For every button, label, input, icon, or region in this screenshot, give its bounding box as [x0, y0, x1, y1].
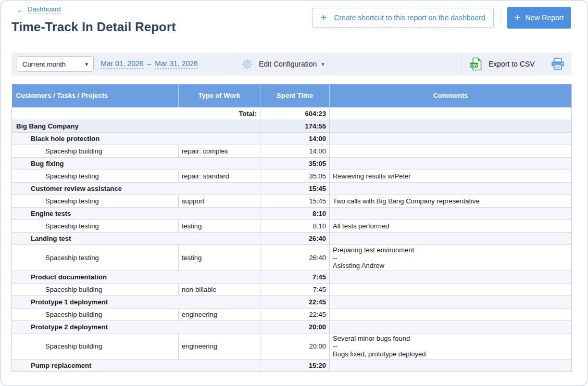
print-button[interactable] — [544, 53, 571, 75]
cell-comment — [330, 207, 572, 220]
export-to-csv-button[interactable]: CSV Export to CSV — [461, 53, 544, 75]
cell-name: Spaceship building — [12, 283, 179, 295]
date-from-link[interactable]: Mar 01, 2026 — [101, 59, 144, 69]
new-report-button[interactable]: + New Report — [507, 7, 571, 29]
header-divider — [500, 9, 501, 26]
table-row-task: Product documentation7:45 — [12, 271, 572, 283]
cell-comment — [330, 145, 572, 157]
date-range: Mar 01, 2026 – Mar 31, 2026 — [101, 59, 198, 69]
report-toolbar: Current month ▾ Mar 01, 2026 – Mar 31, 2… — [11, 53, 571, 75]
cell-name: Bug fixing — [12, 157, 260, 170]
cell-name: Black hole protection — [12, 132, 260, 145]
edit-configuration-label: Edit Configuration — [259, 60, 317, 68]
cell-comment — [330, 182, 572, 195]
cell-spent-time: 8:10 — [260, 207, 330, 220]
page-title: Time-Track In Detail Report — [11, 20, 176, 34]
cell-name: Spaceship testing — [12, 170, 179, 182]
cell-name: Spaceship testing — [12, 245, 179, 271]
cell-name: Pump replacement — [12, 359, 260, 371]
table-row-leaf: Spaceship testingsupport15:45Two calls w… — [12, 195, 572, 207]
period-select-value: Current month — [22, 60, 66, 68]
cell-spent-time: 15:20 — [260, 359, 330, 371]
cell-comment: Rewieving results w/Peter — [330, 170, 572, 182]
new-report-label: New Report — [525, 14, 564, 22]
cell-name: Landing test — [12, 232, 260, 245]
table-row-total: Total:604:23 — [12, 107, 572, 120]
table-row-leaf: Spaceship buildingengineering22:45 — [12, 308, 572, 320]
cell-type-of-work: support — [179, 195, 260, 207]
create-shortcut-label: Create shortcut to this report on the da… — [334, 14, 485, 22]
table-row-leaf: Spaceship testingtesting8:10All tests pe… — [12, 220, 572, 232]
export-csv-label: Export to CSV — [489, 60, 535, 68]
date-to-link[interactable]: Mar 31, 2026 — [155, 59, 198, 69]
cell-spent-time: 604:23 — [260, 107, 330, 120]
back-to-dashboard-link[interactable]: ← Dashboard — [17, 5, 61, 14]
column-header-comments[interactable]: Comments — [330, 84, 572, 107]
column-header-type-of-work[interactable]: Type of Work — [179, 84, 260, 107]
cell-comment — [330, 157, 572, 170]
date-range-separator: – — [147, 60, 152, 68]
cell-name: Spaceship building — [12, 333, 179, 359]
create-shortcut-button[interactable]: + Create shortcut to this report on the … — [312, 8, 494, 28]
cell-comment: Several minor bugs found -- Bugs fixed, … — [330, 333, 572, 359]
caret-down-icon: ▾ — [85, 61, 88, 68]
cell-comment — [330, 132, 572, 145]
cell-spent-time: 20:00 — [260, 333, 330, 359]
cell-comment — [330, 295, 572, 308]
table-row-task: Landing test26:40 — [12, 232, 572, 245]
csv-file-icon: CSV — [469, 57, 482, 71]
cell-comment: Preparing test environment -- Asissting … — [330, 245, 572, 271]
cell-name: Total: — [12, 107, 260, 120]
cell-type-of-work: repair: standard — [179, 170, 260, 182]
cell-spent-time: 26:40 — [260, 232, 330, 245]
column-header-spent-time[interactable]: Spent Time — [260, 84, 330, 107]
cell-spent-time: 35:05 — [260, 157, 330, 170]
toolbar-spacer — [328, 53, 461, 75]
cell-spent-time: 7:45 — [260, 283, 330, 295]
cell-comment — [330, 359, 572, 371]
cell-spent-time: 22:45 — [260, 295, 330, 308]
cell-spent-time: 15:45 — [260, 182, 330, 195]
app-window: ← Dashboard Time-Track In Detail Report … — [0, 0, 588, 386]
edit-configuration-button[interactable]: Edit Configuration ▾ — [232, 53, 328, 75]
cell-comment — [330, 320, 572, 333]
cell-type-of-work: non-billable — [179, 283, 260, 295]
period-select[interactable]: Current month ▾ — [17, 56, 94, 72]
table-row-leaf: Spaceship buildingnon-billable7:45 — [12, 283, 572, 295]
cell-comment — [330, 271, 572, 283]
cell-name: Prototype 2 deployment — [12, 320, 260, 333]
svg-text:CSV: CSV — [470, 63, 478, 67]
table-row-task: Customer review assistance15:45 — [12, 182, 572, 195]
column-header-customers-tasks-projects[interactable]: Customers / Tasks / Projects — [12, 84, 179, 107]
cell-type-of-work: testing — [179, 245, 260, 271]
table-row-task: Bug fixing35:05 — [12, 157, 572, 170]
gear-icon — [241, 58, 253, 70]
cell-comment — [330, 107, 572, 120]
cell-name: Prototype 1 deployment — [12, 295, 260, 308]
back-arrow-icon: ← — [17, 6, 24, 13]
table-row-task: Prototype 1 deployment22:45 — [12, 295, 572, 308]
cell-name: Product documentation — [12, 271, 260, 283]
cell-type-of-work: repair: complex — [179, 145, 260, 157]
cell-name: Spaceship building — [12, 308, 179, 320]
cell-spent-time: 20:00 — [260, 320, 330, 333]
cell-spent-time: 7:45 — [260, 271, 330, 283]
table-row-leaf: Spaceship buildingengineering20:00Severa… — [12, 333, 572, 359]
cell-spent-time: 14:00 — [260, 145, 330, 157]
cell-comment — [330, 232, 572, 245]
cell-spent-time: 14:00 — [260, 132, 330, 145]
report-table: Customers / Tasks / Projects Type of Wor… — [11, 84, 572, 372]
cell-comment: All tests performed — [330, 220, 572, 232]
table-row-leaf: Spaceship buildingrepair: complex14:00 — [12, 145, 572, 157]
printer-icon — [551, 58, 565, 70]
cell-name: Customer review assistance — [12, 182, 260, 195]
cell-spent-time: 26:40 — [260, 245, 330, 271]
cell-type-of-work: testing — [179, 220, 260, 232]
cell-type-of-work: engineering — [179, 308, 260, 320]
cell-type-of-work: engineering — [179, 333, 260, 359]
table-row-task: Engine tests8:10 — [12, 207, 572, 220]
table-row-task: Prototype 2 deployment20:00 — [12, 320, 572, 333]
cell-spent-time: 174:55 — [260, 120, 330, 132]
cell-name: Spaceship testing — [12, 220, 179, 232]
table-row-task: Black hole protection14:00 — [12, 132, 572, 145]
